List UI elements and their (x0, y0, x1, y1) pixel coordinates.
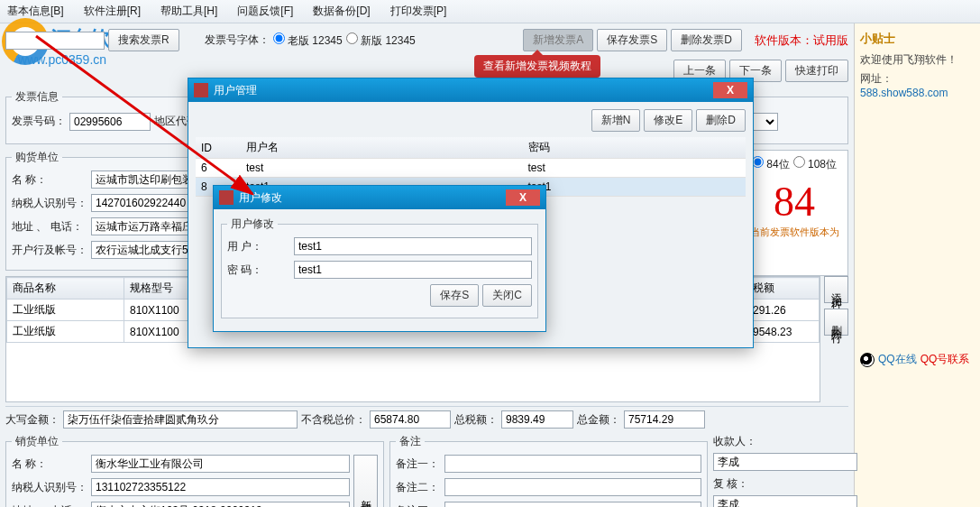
edit-user-input[interactable] (294, 237, 532, 255)
delete-invoice-button[interactable]: 删除发票D (671, 29, 742, 51)
save-invoice-button[interactable]: 保存发票S (597, 29, 667, 51)
bits-box: 84位 108位 84 当前发票软件版本为 (740, 150, 848, 276)
new-seller-button[interactable]: 新增销货单位 (353, 455, 378, 507)
tips-url-line: 网址：588.show588.com (860, 71, 975, 99)
user-edit-title: 用户修改 (239, 190, 506, 206)
user-new-button[interactable]: 新增N (591, 109, 641, 132)
font-label: 发票号字体： (205, 32, 270, 48)
user-edit-dialog: 用户修改 X 用户修改 用 户： 密 码： 保存S 关闭C (213, 185, 546, 332)
seller-addr-input[interactable] (91, 502, 350, 507)
qq-online: QQ在线 (878, 352, 917, 367)
tips-title: 小贴士 (860, 31, 975, 47)
user-mgmt-title: 用户管理 (214, 83, 713, 98)
seller-name-input[interactable] (91, 455, 350, 473)
total-sum-input[interactable] (624, 410, 705, 429)
tips-url[interactable]: 588.show588.com (860, 87, 948, 99)
edit-save-button[interactable]: 保存S (430, 284, 479, 307)
search-input[interactable] (5, 32, 105, 50)
close-icon[interactable]: X (506, 189, 540, 206)
qq-link[interactable]: QQ号联系 (920, 352, 970, 367)
payee-input[interactable] (713, 453, 857, 471)
add-row-button[interactable]: 添加行 (824, 276, 848, 303)
menu-basic[interactable]: 基本信息[B] (7, 4, 64, 19)
reviewer-input[interactable] (713, 495, 857, 507)
search-button[interactable]: 搜索发票R (108, 29, 179, 51)
user-header-row: ID 用户名 密码 (196, 137, 746, 159)
user-edit-fieldset: 用户修改 用 户： 密 码： 保存S 关闭C (221, 217, 538, 318)
user-delete-button[interactable]: 删除D (696, 109, 746, 132)
edit-pwd-input[interactable] (294, 261, 532, 279)
new-invoice-button[interactable]: 新增发票A (523, 29, 593, 51)
amount-caps-input[interactable] (63, 410, 298, 429)
big-number: 84 (746, 178, 842, 226)
qq-icon (860, 353, 875, 367)
quick-print-button[interactable]: 快速打印 (785, 60, 848, 82)
total-tax-input[interactable] (501, 410, 573, 429)
seller-fieldset: 销货单位 名 称： 纳税人识别号： 地址 、 电话： 开户行及帐号： 新增销货单… (5, 434, 384, 507)
buyer-legend: 购货单位 (12, 150, 62, 165)
font-old-radio[interactable]: 老版 12345 (273, 32, 343, 49)
radio-108[interactable]: 108位 (793, 156, 837, 172)
invoice-legend: 发票信息 (12, 89, 62, 105)
app-icon (194, 83, 208, 97)
menu-register[interactable]: 软件注册[R] (84, 4, 141, 19)
app-icon (219, 190, 234, 205)
menu-bar: 基本信息[B] 软件注册[R] 帮助工具[H] 问题反馈[F] 数据备份[D] … (0, 0, 980, 23)
menu-feedback[interactable]: 问题反馈[F] (237, 4, 293, 19)
ex-tax-input[interactable] (370, 410, 451, 429)
video-tutorial-pill[interactable]: 查看新增发票视频教程 (474, 55, 600, 78)
remark3-input[interactable] (444, 502, 701, 507)
table-row[interactable]: 6testtest (196, 159, 746, 178)
bits-note: 当前发票软件版本为 (746, 226, 842, 239)
seller-tax-input[interactable] (91, 478, 350, 496)
edit-close-button[interactable]: 关闭C (482, 284, 532, 307)
tips-welcome: 欢迎使用飞翔软件！ (860, 52, 975, 68)
menu-help[interactable]: 帮助工具[H] (160, 4, 217, 19)
user-edit-button[interactable]: 修改E (644, 109, 692, 132)
version-label: 软件版本：试用版 (755, 32, 848, 49)
font-new-radio[interactable]: 新版 12345 (346, 32, 416, 49)
menu-backup[interactable]: 数据备份[D] (313, 4, 370, 19)
close-icon[interactable]: X (713, 82, 747, 98)
tips-sidebar: 小贴士 欢迎使用飞翔软件！ 网址：588.show588.com QQ在线 QQ… (854, 23, 980, 507)
delete-row-button[interactable]: 删除行 (824, 309, 848, 336)
invoice-number-input[interactable] (69, 113, 151, 131)
radio-84[interactable]: 84位 (752, 156, 790, 172)
menu-print[interactable]: 打印发票[P] (390, 4, 447, 19)
remark1-input[interactable] (444, 455, 701, 473)
remark-fieldset: 备注 备注一： 备注二： 备注三： 备注四： (389, 434, 708, 507)
remark2-input[interactable] (444, 478, 701, 496)
